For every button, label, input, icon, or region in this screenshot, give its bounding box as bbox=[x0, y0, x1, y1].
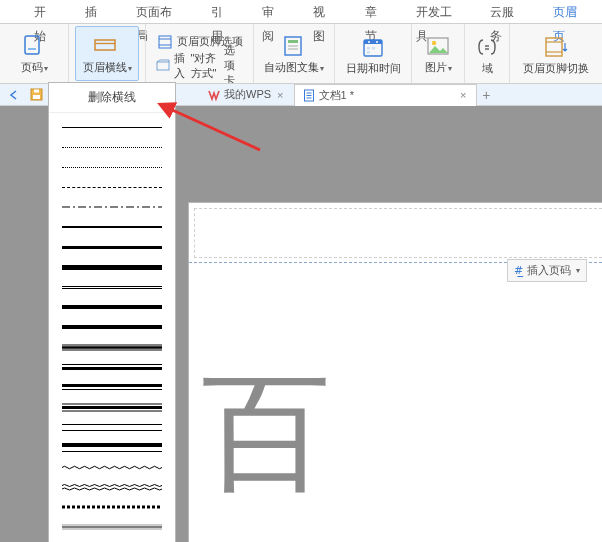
line-style-triple[interactable] bbox=[57, 337, 167, 357]
options-icon bbox=[157, 34, 173, 50]
picture-button[interactable]: 图片▾ bbox=[418, 26, 458, 81]
line-style-triple-wide[interactable] bbox=[57, 397, 167, 417]
svg-rect-12 bbox=[364, 40, 382, 44]
ribbon-group-code: 页码▾ bbox=[0, 24, 69, 83]
hf-switch-label: 页眉页脚切换 bbox=[523, 62, 589, 74]
switch-icon bbox=[543, 34, 569, 60]
ribbon-group-datetime: 日期和时间 bbox=[335, 24, 412, 83]
doc-tab-doc1-label: 文档1 * bbox=[319, 88, 354, 103]
ribbon-group-picture: 图片▾ bbox=[412, 24, 465, 83]
line-style-dashdot[interactable] bbox=[57, 197, 167, 217]
close-icon[interactable]: × bbox=[275, 89, 285, 101]
datetime-button[interactable]: 日期和时间 bbox=[341, 26, 405, 81]
line-style-wave[interactable] bbox=[57, 457, 167, 477]
autotext-icon bbox=[281, 33, 307, 59]
ribbon-group-field: 域 bbox=[465, 24, 510, 83]
insert-pagenum-label: 插入页码 bbox=[527, 263, 571, 278]
line-style-dash-thick[interactable] bbox=[57, 497, 167, 517]
line-style-thin-thick-wide[interactable] bbox=[57, 357, 167, 377]
tab-icon bbox=[156, 58, 170, 74]
line-style-solid-thick[interactable] bbox=[57, 237, 167, 257]
doc-tabs: 我的WPS × 文档1 * × + bbox=[200, 84, 495, 106]
line-style-list bbox=[49, 113, 175, 542]
field-button[interactable]: 域 bbox=[471, 26, 503, 81]
line-style-thick-thin[interactable] bbox=[57, 317, 167, 337]
page: #̲ 插入页码 ▾ 百 bbox=[188, 202, 602, 542]
page-number-button[interactable]: 页码▾ bbox=[6, 26, 62, 81]
line-style-thick-thin-wide[interactable] bbox=[57, 377, 167, 397]
header-line-label: 页眉横线▾ bbox=[83, 61, 132, 75]
menu-item-dev[interactable]: 开发工具 bbox=[402, 0, 476, 24]
header-region[interactable] bbox=[189, 203, 602, 263]
menu-item-insert[interactable]: 插入 bbox=[71, 0, 122, 24]
header-line-icon bbox=[94, 33, 120, 59]
insert-align-button[interactable]: 插入 "对齐方式" 选项卡 bbox=[152, 56, 247, 76]
menu-item-review[interactable]: 审阅 bbox=[248, 0, 299, 24]
hash-icon: #̲ bbox=[514, 264, 523, 277]
calendar-icon bbox=[360, 34, 386, 60]
back-icon[interactable] bbox=[6, 87, 22, 103]
doc-tab-wps-label: 我的WPS bbox=[224, 87, 271, 102]
header-line-button[interactable]: 页眉横线▾ bbox=[75, 26, 139, 81]
doc-tab-doc1[interactable]: 文档1 * × bbox=[294, 84, 478, 106]
close-icon[interactable]: × bbox=[458, 89, 468, 101]
autotext-label: 自动图文集▾ bbox=[264, 61, 324, 75]
menu-bar: 开始 插入 页面布局 引用 审阅 视图 章节 开发工具 云服务 页眉页 bbox=[0, 0, 602, 24]
picture-icon bbox=[425, 33, 451, 59]
header-line-dropdown: 删除横线 bbox=[48, 82, 176, 542]
field-icon bbox=[474, 34, 500, 60]
menu-item-section[interactable]: 章节 bbox=[351, 0, 402, 24]
line-style-emboss[interactable] bbox=[57, 517, 167, 537]
dropdown-title[interactable]: 删除横线 bbox=[49, 83, 175, 113]
line-style-dotted-fine[interactable] bbox=[57, 137, 167, 157]
insert-pagenum-button[interactable]: #̲ 插入页码 ▾ bbox=[507, 259, 587, 282]
add-tab-button[interactable]: + bbox=[477, 87, 495, 103]
line-style-double-xwide[interactable] bbox=[57, 437, 167, 457]
svg-rect-16 bbox=[372, 47, 375, 50]
menu-item-reference[interactable]: 引用 bbox=[197, 0, 248, 24]
picture-label: 图片▾ bbox=[425, 61, 452, 75]
menu-item-headerfooter[interactable]: 页眉页 bbox=[539, 0, 602, 24]
wps-icon bbox=[208, 89, 220, 101]
svg-rect-3 bbox=[159, 36, 171, 48]
svg-point-14 bbox=[376, 41, 378, 43]
line-style-double-wide[interactable] bbox=[57, 417, 167, 437]
line-style-solid-thin[interactable] bbox=[57, 117, 167, 137]
svg-rect-15 bbox=[367, 47, 370, 50]
page-icon bbox=[21, 33, 47, 59]
line-style-dashed[interactable] bbox=[57, 177, 167, 197]
svg-point-13 bbox=[368, 41, 370, 43]
ribbon-group-autotext: 自动图文集▾ bbox=[254, 24, 335, 83]
save-icon[interactable] bbox=[28, 87, 44, 103]
menu-item-cloud[interactable]: 云服务 bbox=[476, 0, 539, 24]
line-style-thin-thick[interactable] bbox=[57, 297, 167, 317]
line-style-dotted[interactable] bbox=[57, 157, 167, 177]
svg-rect-8 bbox=[288, 40, 298, 43]
svg-rect-27 bbox=[34, 90, 39, 93]
line-style-wave-double[interactable] bbox=[57, 477, 167, 497]
svg-point-19 bbox=[432, 40, 436, 44]
svg-rect-0 bbox=[25, 36, 39, 54]
svg-rect-22 bbox=[546, 38, 562, 56]
line-style-solid-xthick[interactable] bbox=[57, 257, 167, 277]
ribbon: 页码▾ 页眉横线▾ 页眉页脚选项 插入 "对齐方式" 选项卡 自动图文集▾ 日期… bbox=[0, 24, 602, 84]
menu-item-layout[interactable]: 页面布局 bbox=[122, 0, 196, 24]
hf-switch-button[interactable]: 页眉页脚切换 bbox=[516, 26, 596, 81]
menu-item-start[interactable]: 开始 bbox=[20, 0, 71, 24]
datetime-label: 日期和时间 bbox=[346, 62, 401, 74]
ribbon-group-insert: 页眉页脚选项 插入 "对齐方式" 选项卡 bbox=[146, 24, 254, 83]
doc-tab-wps[interactable]: 我的WPS × bbox=[200, 84, 294, 106]
chevron-down-icon: ▾ bbox=[576, 266, 580, 275]
menu-item-view[interactable]: 视图 bbox=[299, 0, 350, 24]
svg-rect-1 bbox=[95, 40, 115, 50]
field-label: 域 bbox=[482, 62, 493, 74]
page-number-label: 页码▾ bbox=[21, 61, 48, 75]
line-style-solid-med[interactable] bbox=[57, 217, 167, 237]
align-mode-label: "对齐方式" bbox=[191, 51, 221, 81]
line-style-double-thin[interactable] bbox=[57, 277, 167, 297]
svg-rect-17 bbox=[367, 51, 370, 54]
insert-label: 插入 bbox=[174, 51, 187, 81]
autotext-button[interactable]: 自动图文集▾ bbox=[260, 26, 328, 81]
doc-icon bbox=[303, 89, 315, 102]
tab-options-label: 选项卡 bbox=[224, 43, 243, 84]
